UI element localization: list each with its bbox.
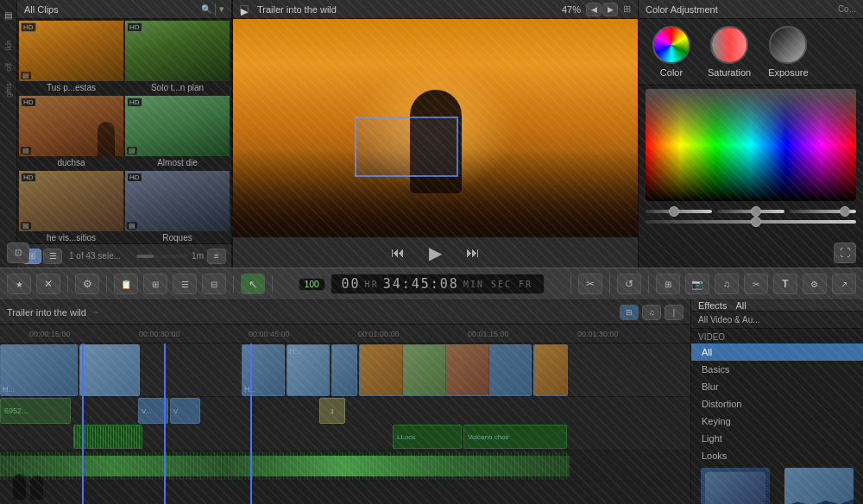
marker-1: [82, 343, 84, 504]
marker-3: [250, 343, 252, 504]
effects-grid: 50s TV Add Noise: [691, 464, 863, 504]
effects-panel: Effects All All Video & Au... VIDEO All …: [690, 300, 863, 504]
app-container: ▤ ikh off ghts All Clips 🔍 ▾: [0, 0, 863, 504]
bottom-section: Trailer into the wild ~ ⊟ ♫ | 00:00:15:0…: [0, 300, 863, 504]
marker-2: [164, 343, 166, 504]
